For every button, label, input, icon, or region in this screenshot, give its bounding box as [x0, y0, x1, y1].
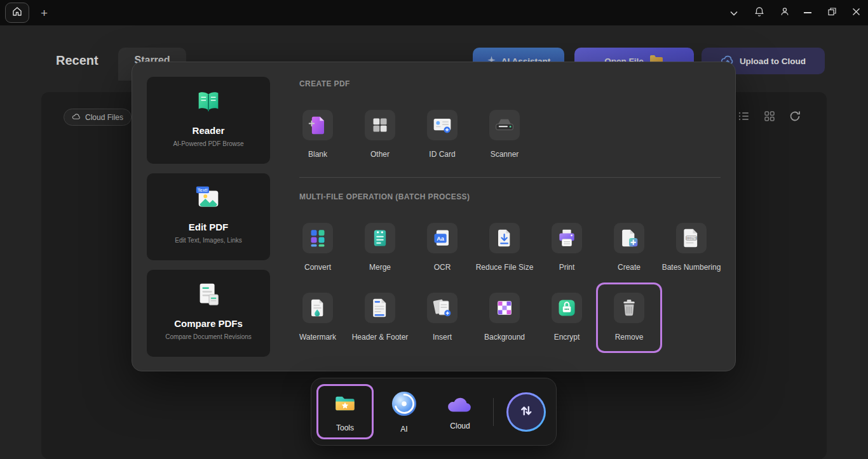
other-windows-icon	[365, 110, 395, 140]
chevron-down-icon	[730, 7, 738, 18]
notifications-button[interactable]	[749, 0, 770, 25]
print-icon	[552, 223, 582, 253]
titlebar: +	[0, 0, 868, 25]
card-title: Reader	[193, 125, 225, 136]
create-pdf-row: Blank Other ID Card Scanner	[287, 102, 536, 168]
create-pdf-section-title: CREATE PDF	[299, 79, 350, 88]
reduce-file-size-icon	[489, 223, 520, 253]
create-icon	[614, 223, 644, 253]
tool-item-label: Remove	[615, 333, 644, 342]
svg-text:Aa: Aa	[437, 236, 445, 242]
tool-item-merge[interactable]: Merge	[349, 215, 411, 281]
card-compare-pdfs[interactable]: Compare PDFs Compare Document Revisions	[147, 270, 270, 357]
tools-folder-icon	[333, 392, 357, 418]
svg-text:Text!: Text!	[198, 187, 208, 193]
bottom-dock: Tools AI Cloud	[311, 378, 557, 446]
dock-item-tools[interactable]: Tools	[316, 384, 374, 439]
dock-item-ai[interactable]: AI	[384, 384, 424, 439]
svg-text:000123: 000123	[686, 237, 696, 240]
new-tab-button[interactable]: +	[41, 7, 48, 19]
home-button[interactable]	[5, 3, 29, 23]
tool-item-label: Insert	[433, 333, 452, 342]
dock-item-label: AI	[400, 425, 407, 434]
tool-item-encrypt[interactable]: Encrypt	[536, 284, 598, 351]
blank-file-icon	[302, 110, 333, 140]
titlebar-right	[723, 0, 868, 25]
section-divider	[299, 177, 721, 178]
tool-item-label: ID Card	[429, 150, 455, 159]
tool-item-id-card[interactable]: ID Card	[411, 102, 473, 168]
tool-item-ocr[interactable]: Aa OCR	[411, 215, 473, 281]
cloud-dock-icon	[445, 394, 475, 416]
tool-item-label: OCR	[434, 263, 451, 272]
tool-item-insert[interactable]: Insert	[411, 284, 473, 351]
card-title: Edit PDF	[189, 222, 229, 232]
account-button[interactable]	[774, 0, 796, 25]
convert-icon	[302, 223, 333, 253]
batch-section-title: MULTI-FILE OPERATION (BATCH PROCESS)	[299, 192, 470, 201]
tool-item-label: Header & Footer	[352, 333, 409, 342]
tool-item-watermark[interactable]: Watermark	[287, 284, 349, 351]
background-icon	[489, 293, 520, 323]
reader-icon	[194, 87, 223, 119]
encrypt-icon	[552, 293, 582, 323]
card-subtitle: Compare Document Revisions	[165, 333, 252, 340]
tool-item-label: Other	[370, 150, 390, 159]
tool-item-other[interactable]: Other	[349, 102, 411, 168]
merge-icon	[365, 223, 395, 253]
close-button[interactable]	[844, 0, 868, 25]
tool-item-label: Bates Numbering	[662, 263, 721, 272]
restore-button[interactable]	[820, 0, 844, 25]
compare-pdfs-icon	[194, 280, 223, 312]
tool-item-header-footer[interactable]: Header & Footer	[349, 284, 411, 351]
tool-item-label: Merge	[369, 263, 391, 272]
ocr-icon: Aa	[427, 223, 458, 253]
header-footer-icon	[365, 293, 395, 323]
restore-icon	[828, 7, 836, 18]
tool-item-convert[interactable]: Convert	[287, 215, 349, 281]
minimize-icon	[804, 12, 811, 13]
dock-item-label: Tools	[336, 423, 354, 432]
dropdown-chevron-button[interactable]	[723, 0, 745, 25]
card-edit-pdf[interactable]: Text! Edit PDF Edit Text, Images, Links	[147, 173, 270, 260]
close-icon	[852, 7, 860, 18]
tool-item-label: Background	[484, 333, 525, 342]
tool-item-bates-numbering[interactable]: 000123 Bates Numbering	[660, 215, 722, 281]
transfer-arrows-icon	[518, 402, 534, 422]
tool-item-remove[interactable]: Remove	[598, 284, 660, 351]
tool-item-create[interactable]: Create	[598, 215, 660, 281]
insert-icon	[427, 293, 458, 323]
tool-item-scanner[interactable]: Scanner	[473, 102, 536, 168]
home-icon	[11, 6, 23, 20]
card-reader[interactable]: Reader AI-Powered PDF Browse	[147, 77, 270, 164]
tool-item-label: Convert	[304, 263, 331, 272]
tool-item-label: Print	[559, 263, 575, 272]
dock-item-cloud[interactable]: Cloud	[440, 384, 480, 439]
id-card-icon	[427, 110, 458, 140]
batch-row-1: Convert Merge Aa OCR Reduce File Size Pr…	[287, 215, 722, 281]
minimize-button[interactable]	[796, 0, 820, 25]
card-subtitle: Edit Text, Images, Links	[175, 237, 241, 244]
tool-item-label: Encrypt	[554, 333, 580, 342]
tool-item-label: Reduce File Size	[476, 263, 534, 272]
tool-item-background[interactable]: Background	[473, 284, 536, 351]
dock-item-label: Cloud	[450, 422, 470, 430]
card-title: Compare PDFs	[174, 318, 243, 329]
edit-pdf-icon: Text!	[194, 183, 223, 215]
tool-item-label: Create	[618, 263, 641, 272]
dock-divider	[493, 398, 494, 426]
remove-trash-icon	[614, 293, 644, 323]
tool-item-label: Watermark	[299, 333, 336, 342]
watermark-icon	[302, 293, 333, 323]
tool-item-label: Scanner	[491, 150, 519, 159]
tool-item-reduce-file-size[interactable]: Reduce File Size	[473, 215, 536, 281]
person-icon	[779, 6, 790, 20]
tool-item-blank[interactable]: Blank	[287, 102, 349, 168]
bell-icon	[754, 6, 765, 20]
transfer-circle-button[interactable]	[506, 392, 546, 432]
batch-row-2: Watermark Header & Footer Insert Backgro…	[287, 284, 660, 351]
tool-item-print[interactable]: Print	[536, 215, 598, 281]
tool-item-label: Blank	[308, 150, 327, 159]
bates-numbering-icon: 000123	[676, 223, 707, 253]
card-subtitle: AI-Powered PDF Browse	[173, 140, 243, 147]
